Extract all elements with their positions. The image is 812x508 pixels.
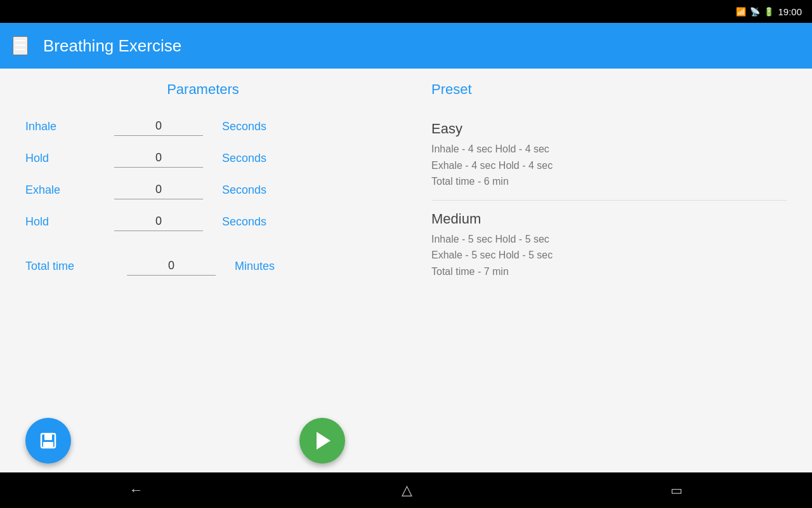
hold2-row: Hold Seconds: [25, 206, 381, 237]
preset-medium-line1: Inhale - 5 sec Hold - 5 sec: [431, 231, 787, 248]
inhale-label: Inhale: [25, 120, 102, 133]
home-icon: △: [402, 482, 412, 498]
inhale-input[interactable]: [114, 117, 203, 136]
home-button[interactable]: △: [376, 477, 438, 504]
save-button[interactable]: [25, 418, 71, 464]
app-bar: ☰ Breathing Exercise: [0, 23, 812, 69]
hold1-row: Hold Seconds: [25, 142, 381, 174]
app-title: Breathing Exercise: [43, 36, 181, 56]
play-icon: [317, 432, 331, 450]
exhale-unit: Seconds: [222, 184, 266, 197]
exhale-label: Exhale: [25, 184, 102, 197]
play-button[interactable]: [299, 418, 345, 464]
back-icon: ←: [129, 482, 143, 498]
status-bar: 📶 📡 🔋 19:00: [0, 0, 812, 23]
preset-medium-name: Medium: [431, 211, 787, 227]
back-button[interactable]: ←: [104, 477, 169, 504]
total-time-row: Total time Minutes: [25, 250, 381, 282]
hold1-unit: Seconds: [222, 152, 266, 165]
preset-medium-line2: Exhale - 5 sec Hold - 5 sec: [431, 247, 787, 264]
status-icons: 📶 📡 🔋 19:00: [736, 6, 802, 17]
preset-easy-line2: Exhale - 4 sec Hold - 4 sec: [431, 157, 787, 174]
parameters-title: Parameters: [25, 81, 381, 98]
preset-easy[interactable]: Easy Inhale - 4 sec Hold - 4 sec Exhale …: [431, 110, 787, 200]
main-content: Parameters Inhale Seconds Hold Seconds E…: [0, 69, 812, 472]
svg-rect-1: [44, 434, 52, 440]
status-time: 19:00: [778, 6, 802, 17]
preset-medium[interactable]: Medium Inhale - 5 sec Hold - 5 sec Exhal…: [431, 201, 787, 290]
recents-icon: ▭: [671, 483, 683, 497]
battery-icon: 🔋: [764, 7, 774, 17]
preset-easy-name: Easy: [431, 121, 787, 137]
total-time-label: Total time: [25, 260, 114, 273]
preset-easy-line1: Inhale - 4 sec Hold - 4 sec: [431, 141, 787, 157]
hold2-input[interactable]: [114, 212, 203, 231]
save-icon: [39, 432, 57, 450]
hold1-input[interactable]: [114, 149, 203, 168]
hold1-label: Hold: [25, 152, 102, 165]
signal-icon: 📡: [750, 7, 760, 17]
exhale-row: Exhale Seconds: [25, 174, 381, 206]
preset-title: Preset: [431, 81, 787, 98]
preset-panel: Preset Easy Inhale - 4 sec Hold - 4 sec …: [406, 69, 812, 472]
preset-medium-line3: Total time - 7 min: [431, 264, 787, 280]
preset-easy-line3: Total time - 6 min: [431, 173, 787, 190]
parameters-panel: Parameters Inhale Seconds Hold Seconds E…: [0, 69, 406, 472]
hamburger-menu-button[interactable]: ☰: [13, 36, 28, 55]
recents-button[interactable]: ▭: [645, 477, 708, 504]
nav-bar: ← △ ▭: [0, 472, 812, 508]
total-time-input[interactable]: [127, 257, 216, 276]
exhale-input[interactable]: [114, 180, 203, 199]
svg-rect-2: [43, 442, 53, 447]
total-time-unit: Minutes: [235, 260, 275, 273]
action-area: [25, 409, 381, 460]
inhale-row: Inhale Seconds: [25, 110, 381, 142]
wifi-icon: 📶: [736, 7, 746, 17]
hold2-unit: Seconds: [222, 215, 266, 229]
inhale-unit: Seconds: [222, 120, 266, 133]
hold2-label: Hold: [25, 215, 102, 229]
